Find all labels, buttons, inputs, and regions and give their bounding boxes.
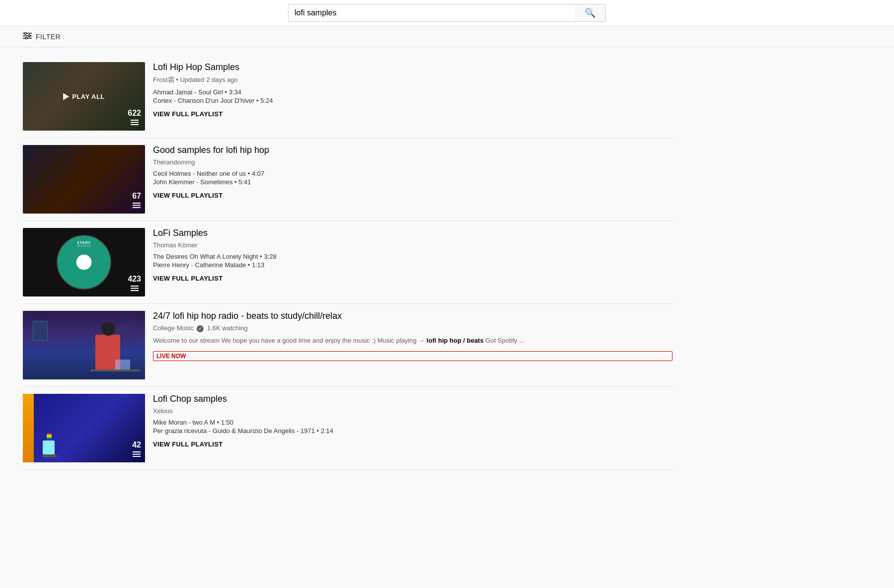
result-title[interactable]: LoFi Samples [153, 228, 672, 238]
list-lines-icon [131, 119, 139, 127]
list-item: PLAY ALL 622 Lofi Hip Hop Samples [23, 55, 672, 138]
list-lines-icon [131, 285, 139, 293]
verified-badge: ✓ [197, 325, 204, 332]
track-item: Mike Moran - two A M • 1:50 [153, 419, 672, 426]
view-playlist-button[interactable]: VIEW FULL PLAYLIST [153, 275, 672, 282]
list-item: 24/7 lofi hip hop radio - beats to study… [23, 304, 672, 387]
track-list: Ahmad Jamal - Soul Girl • 3:34 Cortex - … [153, 88, 672, 105]
top-bar: 🔍 [0, 0, 894, 26]
filter-label: FILTER [36, 33, 61, 41]
result-info: Lofi Chop samples Xelous Mike Moran - tw… [153, 394, 672, 462]
thumbnail-3[interactable]: STARV RECORDS 423 [23, 228, 145, 296]
list-lines-icon [133, 202, 141, 210]
list-item: STARV RECORDS 423 [23, 221, 672, 304]
search-input[interactable] [288, 4, 575, 22]
view-playlist-button[interactable]: VIEW FULL PLAYLIST [153, 110, 672, 118]
result-title[interactable]: 24/7 lofi hip hop radio - beats to study… [153, 311, 672, 321]
play-all-button[interactable]: PLAY ALL [63, 93, 105, 100]
list-lines-icon [133, 450, 141, 458]
track-item: Cortex - Chanson D'un Jour D'hiver • 5:2… [153, 97, 672, 104]
play-all-label: PLAY ALL [72, 93, 105, 100]
result-meta: Xelous [153, 407, 672, 415]
result-meta: Therandommg [153, 158, 672, 166]
track-list: Mike Moran - two A M • 1:50 Per grazia r… [153, 419, 672, 436]
playlist-count: 423 [128, 275, 141, 293]
thumbnail-5[interactable]: 42 [23, 394, 145, 462]
results-container: PLAY ALL 622 Lofi Hip Hop Samples [0, 47, 695, 478]
track-item: Per grazia ricevuta - Guido & Maurizio D… [153, 427, 672, 435]
track-item: The Desires Oh What A Lonely Night • 3:2… [153, 253, 672, 260]
svg-point-5 [25, 37, 27, 39]
result-info: Good samples for lofi hip hop Therandomm… [153, 145, 672, 214]
result-meta: Frost霜 • Updated 2 days ago [153, 75, 672, 84]
svg-point-3 [28, 35, 30, 37]
playlist-count: 622 [128, 109, 141, 127]
result-meta: College Music ✓ 1.6K watching [153, 324, 672, 332]
list-item: 67 Good samples for lofi hip hop Therand… [23, 138, 672, 221]
track-item: Cecil Holmes - Neither one of us • 4:07 [153, 170, 672, 177]
svg-point-1 [24, 32, 26, 34]
result-description: Welcome to our stream We hope you have a… [153, 336, 672, 345]
result-meta: Thomas Körner [153, 241, 672, 249]
filter-icon [23, 32, 32, 41]
view-playlist-button[interactable]: VIEW FULL PLAYLIST [153, 441, 672, 448]
track-list: The Desires Oh What A Lonely Night • 3:2… [153, 253, 672, 270]
live-badge: LIVE NOW [153, 351, 672, 361]
playlist-count: 42 [132, 441, 141, 458]
result-title[interactable]: Lofi Hip Hop Samples [153, 62, 672, 73]
search-button[interactable]: 🔍 [575, 4, 606, 22]
thumbnail-1[interactable]: PLAY ALL 622 [23, 62, 145, 131]
result-title[interactable]: Good samples for lofi hip hop [153, 145, 672, 155]
playlist-count: 67 [132, 192, 141, 210]
thumbnail-2[interactable]: 67 [23, 145, 145, 214]
filter-bar: FILTER [0, 26, 894, 47]
view-playlist-button[interactable]: VIEW FULL PLAYLIST [153, 192, 672, 199]
track-list: Cecil Holmes - Neither one of us • 4:07 … [153, 170, 672, 187]
thumbnail-4[interactable] [23, 311, 145, 379]
result-title[interactable]: Lofi Chop samples [153, 394, 672, 404]
track-item: John Klemmer - Sometimes • 5:41 [153, 178, 672, 186]
result-info: Lofi Hip Hop Samples Frost霜 • Updated 2 … [153, 62, 672, 131]
result-info: LoFi Samples Thomas Körner The Desires O… [153, 228, 672, 296]
track-item: Ahmad Jamal - Soul Girl • 3:34 [153, 88, 672, 96]
track-item: Pierre Henry - Catherine Malade • 1:13 [153, 261, 672, 269]
list-item: 42 Lofi Chop samples Xelous Mike Moran [23, 387, 672, 470]
search-icon: 🔍 [585, 8, 596, 18]
result-info: 24/7 lofi hip hop radio - beats to study… [153, 311, 672, 379]
